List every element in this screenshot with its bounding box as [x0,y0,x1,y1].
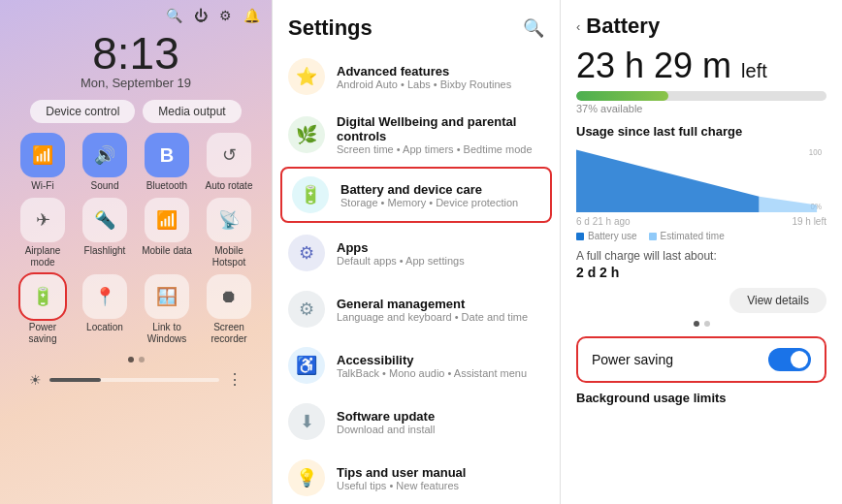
flashlight-icon: 🔦 [82,198,127,242]
general-mgmt-title: General management [337,297,544,311]
media-output-button[interactable]: Media output [143,100,241,123]
powersaving-tile[interactable]: 🔋 Power saving [15,274,71,345]
hotspot-icon: 📡 [207,198,251,242]
location-label: Location [86,322,123,333]
legend-battery-dot [576,233,584,240]
bluetooth-label: Bluetooth [146,180,187,192]
linkwindows-label: Link to Windows [139,322,195,345]
settings-item-wellbeing[interactable]: 🌿 Digital Wellbeing and parental control… [273,105,560,165]
back-chevron-icon: ‹ [576,19,580,34]
settings-search-icon[interactable]: 🔍 [523,17,544,39]
general-mgmt-text: General management Language and keyboard… [337,297,544,323]
sound-label: Sound [91,180,119,192]
settings-item-accessibility[interactable]: ♿ Accessibility TalkBack • Mono audio • … [273,337,560,394]
autorotate-icon: ↺ [207,133,251,177]
brightness-low-icon: ☀ [29,372,42,388]
mobiledata-label: Mobile data [142,245,192,257]
autorotate-tile[interactable]: ↺ Auto rotate [201,133,257,192]
clock-display: 8:13 [92,31,179,76]
wifi-tile[interactable]: 📶 Wi-Fi [15,133,71,192]
battery-chart-svg: 100 0% [576,144,826,212]
brightness-bar: ☀ ⋮ [29,370,243,389]
mobiledata-tile[interactable]: 📶 Mobile data [139,198,195,268]
advanced-features-text: Advanced features Android Auto • Labs • … [337,64,544,90]
qs-top-bar: 🔍 ⏻ ⚙ 🔔 [0,0,272,27]
settings-list: ⭐ Advanced features Android Auto • Labs … [273,48,560,504]
device-control-button[interactable]: Device control [30,100,135,123]
full-charge-label: A full charge will last about: [576,249,826,263]
screenrecorder-icon: ⏺ [207,274,251,319]
software-update-sub: Download and install [337,424,544,435]
wifi-icon: 📶 [20,133,65,177]
settings-item-battery[interactable]: 🔋 Battery and device care Storage • Memo… [280,167,552,223]
brightness-slider[interactable] [49,378,219,382]
brightness-menu-icon[interactable]: ⋮ [227,370,243,389]
advanced-features-sub: Android Auto • Labs • Bixby Routines [337,79,544,90]
settings-item-software[interactable]: ⬇ Software update Download and install [273,394,560,450]
airplane-label: Airplane mode [15,245,71,268]
tips-text: Tips and user manual Useful tips • New f… [337,465,544,491]
power-saving-toggle[interactable] [768,348,811,371]
battery-chart-legend: Battery use Estimated time [576,231,826,241]
battery-care-sub: Storage • Memory • Device protection [340,197,540,208]
linkwindows-tile[interactable]: 🪟 Link to Windows [139,274,195,345]
airplane-icon: ✈ [20,198,65,242]
device-media-bar: Device control Media output [30,100,241,123]
bluetooth-icon: B [145,133,189,177]
wifi-label: Wi-Fi [31,180,53,192]
quick-tiles-grid: 📶 Wi-Fi 🔊 Sound B Bluetooth ↺ Auto rotat… [15,133,257,345]
battery-chart-labels: 6 d 21 h ago 19 h left [576,216,826,227]
settings-header: Settings 🔍 [273,0,560,48]
search-icon[interactable]: 🔍 [166,8,182,23]
battery-page-dots [576,321,826,327]
settings-item-general[interactable]: ⚙ General management Language and keyboa… [273,281,560,337]
wellbeing-sub: Screen time • App timers • Bedtime mode [337,143,544,155]
hotspot-tile[interactable]: 📡 Mobile Hotspot [201,198,257,268]
powersaving-icon: 🔋 [20,274,65,319]
accessibility-icon: ♿ [288,347,325,384]
tips-icon: 💡 [288,459,325,496]
battery-available-text: 37% available [576,103,826,114]
brightness-fill [49,378,101,382]
power-saving-row[interactable]: Power saving [576,336,826,383]
location-tile[interactable]: 📍 Location [77,274,133,345]
general-mgmt-icon: ⚙ [288,291,325,328]
autorotate-label: Auto rotate [206,180,253,192]
battery-care-title: Battery and device care [340,182,540,197]
airplane-tile[interactable]: ✈ Airplane mode [15,198,71,268]
tips-title: Tips and user manual [337,465,544,480]
battery-time-suffix: left [741,60,767,81]
svg-marker-2 [576,149,760,212]
software-update-icon: ⬇ [288,403,325,440]
chart-label-right: 19 h left [792,216,826,227]
page-dots [128,357,145,362]
mobiledata-icon: 📶 [145,198,189,242]
flashlight-label: Flashlight [84,245,126,257]
screenrecorder-tile[interactable]: ⏺ Screen recorder [201,274,257,345]
apps-icon: ⚙ [288,235,325,271]
bluetooth-tile[interactable]: B Bluetooth [139,133,195,192]
battery-time-display: 23 h 29 m left [576,48,826,83]
battery-usage-chart: 100 0% [576,144,826,212]
sound-tile[interactable]: 🔊 Sound [77,133,133,192]
settings-icon[interactable]: ⚙ [219,8,232,23]
sound-icon: 🔊 [82,133,127,177]
accessibility-title: Accessibility [337,353,544,367]
settings-item-tips[interactable]: 💡 Tips and user manual Useful tips • New… [273,450,560,504]
power-icon[interactable]: ⏻ [194,8,208,23]
notification-icon[interactable]: 🔔 [243,8,260,23]
back-nav[interactable]: ‹ Battery [576,14,826,39]
date-display: Mon, September 19 [81,76,191,90]
view-details-button[interactable]: View details [729,288,826,313]
settings-item-apps[interactable]: ⚙ Apps Default apps • App settings [273,225,560,281]
accessibility-text: Accessibility TalkBack • Mono audio • As… [337,353,544,379]
hotspot-label: Mobile Hotspot [201,245,257,268]
settings-item-advanced[interactable]: ⭐ Advanced features Android Auto • Labs … [273,48,560,105]
svg-marker-3 [760,197,818,212]
screenrecorder-label: Screen recorder [201,322,257,345]
advanced-features-icon: ⭐ [288,58,325,95]
accessibility-sub: TalkBack • Mono audio • Assistant menu [337,367,544,379]
flashlight-tile[interactable]: 🔦 Flashlight [77,198,133,268]
legend-estimated-time: Estimated time [649,231,725,241]
battery-level-bar [576,91,826,101]
